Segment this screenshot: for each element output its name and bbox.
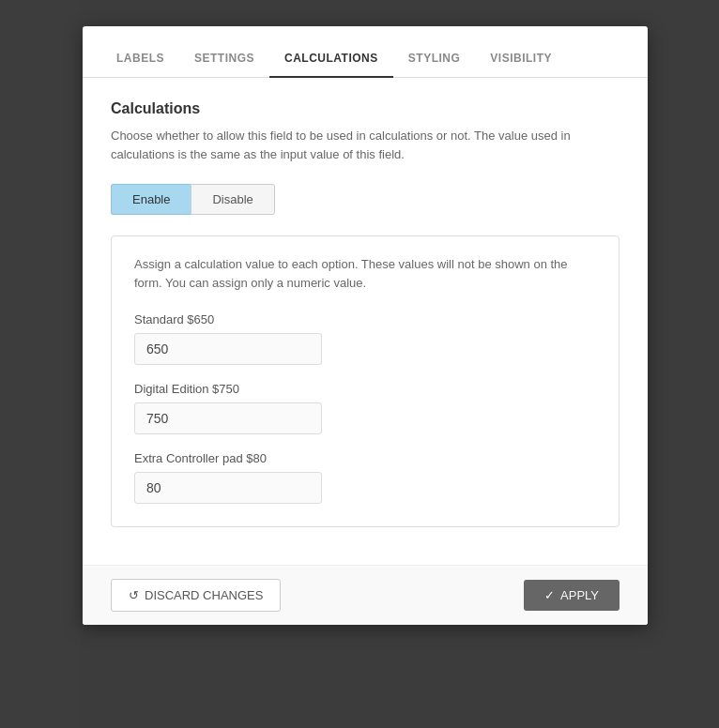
calc-box-description: Assign a calculation value to each optio…: [134, 255, 596, 292]
section-title: Calculations: [111, 100, 620, 117]
apply-icon: ✓: [544, 588, 555, 602]
calc-field-digital: Digital Edition $750: [134, 382, 596, 434]
tab-labels[interactable]: LABELS: [101, 52, 179, 78]
discard-changes-button[interactable]: ↺ DISCARD CHANGES: [111, 579, 281, 612]
calc-field-standard-label: Standard $650: [134, 312, 596, 326]
calc-field-standard-input[interactable]: [134, 333, 322, 365]
enable-button[interactable]: Enable: [111, 184, 191, 215]
tab-styling[interactable]: STYLING: [393, 52, 476, 78]
discard-label: DISCARD CHANGES: [145, 588, 263, 602]
enable-disable-toggle: Enable Disable: [111, 184, 620, 215]
discard-icon: ↺: [129, 588, 139, 602]
sidebar-background: [0, 0, 80, 728]
section-description: Choose whether to allow this field to be…: [111, 127, 620, 163]
modal-footer: ↺ DISCARD CHANGES ✓ APPLY: [83, 565, 648, 625]
tab-calculations[interactable]: CALCULATIONS: [269, 52, 393, 78]
apply-label: APPLY: [560, 588, 599, 602]
calc-field-extra-input[interactable]: [134, 472, 322, 504]
calc-field-digital-label: Digital Edition $750: [134, 382, 596, 396]
disable-button[interactable]: Disable: [191, 184, 274, 215]
calc-field-standard: Standard $650: [134, 312, 596, 365]
calc-field-digital-input[interactable]: [134, 402, 322, 434]
modal-dialog: LABELS SETTINGS CALCULATIONS STYLING VIS…: [83, 26, 648, 625]
calculation-options-box: Assign a calculation value to each optio…: [111, 235, 620, 527]
tab-bar: LABELS SETTINGS CALCULATIONS STYLING VIS…: [83, 26, 648, 78]
apply-button[interactable]: ✓ APPLY: [524, 580, 620, 611]
tab-settings[interactable]: SETTINGS: [179, 52, 269, 78]
modal-body: Calculations Choose whether to allow thi…: [83, 78, 648, 565]
calc-field-extra-label: Extra Controller pad $80: [134, 451, 596, 465]
calc-field-extra: Extra Controller pad $80: [134, 451, 596, 504]
tab-visibility[interactable]: VISIBILITY: [475, 52, 567, 78]
